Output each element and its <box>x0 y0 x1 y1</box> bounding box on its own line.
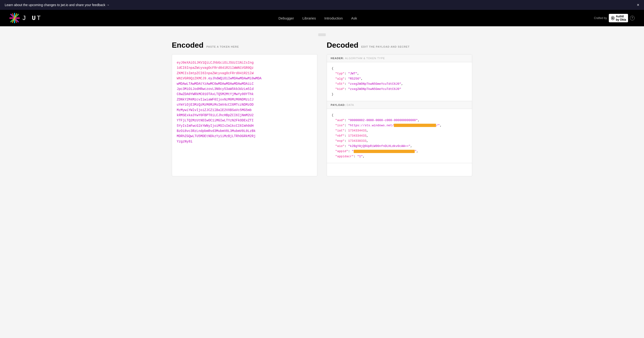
payload-aud-colon: : <box>344 118 348 122</box>
payload-iss-redacted <box>394 124 436 127</box>
token-line-16: YzgzNy8i <box>177 140 192 144</box>
nav-debugger[interactable]: Debugger <box>278 16 294 20</box>
header-alg-colon: : <box>344 77 348 80</box>
header-x5t-colon: : <box>344 82 348 86</box>
payload-aio-colon: : <box>344 144 348 148</box>
token-payload-start: eyJhdWQiOiIwMDAwMDAwMi0wMDA <box>208 76 262 80</box>
payload-appid-colon: : <box>348 150 352 153</box>
header-typ-key: "typ" <box>336 72 344 75</box>
payload-aud-key: "aud" <box>336 118 344 122</box>
payload-open-brace: { <box>332 113 334 117</box>
header-section: HEADER: ALGORITHM & TOKEN TYPE { "typ": … <box>327 54 472 101</box>
payload-appid-quote1: " <box>352 150 354 153</box>
token-line-11: kRMSExka3YwY0FBPT0iLCJhcHBpZCI6IjNmM2U2 <box>177 113 254 117</box>
header-open-brace: { <box>332 67 334 70</box>
toggle-button[interactable] <box>318 33 326 36</box>
payload-appidacr-colon: : <box>354 155 358 158</box>
decoded-title: Decoded <box>327 41 358 50</box>
header-sub: ALGORITHM & TOKEN TYPE <box>345 57 385 60</box>
payload-iss-key: "iss" <box>336 124 344 127</box>
auth0-label: Auth0by Okta <box>616 15 626 21</box>
payload-aio-val: "k2BgYAjQ6UpRiW90nfnDLHLdkv0cAA==" <box>348 144 410 148</box>
top-toggle-area <box>172 33 472 36</box>
header-label: HEADER: <box>331 57 344 60</box>
token-line-15: MDRhZGQwLTU5MDEtNDkzYy1iMzBjLTRhOGRkM2Rj <box>177 134 256 138</box>
nav-introduction[interactable]: Introduction <box>324 16 343 20</box>
header-kid-key: "kid" <box>336 87 344 91</box>
payload-iat-colon: : <box>344 129 348 132</box>
banner-close-button[interactable]: × <box>637 3 639 7</box>
header-alg-key: "alg" <box>336 77 344 80</box>
payload-appidacr-key: "appidacr" <box>336 155 354 158</box>
encoded-column: Encoded PASTE A TOKEN HERE eyJ0eXAiOiJKV… <box>172 41 317 176</box>
header-typ-colon: : <box>344 72 348 75</box>
token-line-9: uYmYiOjE3MzQzMzM0MzMsImV4cCI6MTczNDMzOD <box>177 103 254 106</box>
auth0-badge: Auth0by Okta <box>609 14 628 22</box>
crafted-by-label: Crafted by <box>594 16 607 20</box>
header-kid-colon: : <box>344 87 348 91</box>
payload-exp-key: "exp" <box>336 139 344 143</box>
logo-text: J UT <box>22 14 42 22</box>
header-section-header: HEADER: ALGORITHM & TOKEN TYPE <box>327 54 472 62</box>
token-line-12: YTFjLTQ2MzUtNDIwOC1iMGIwLTYzN2FkODExZTI <box>177 118 254 122</box>
help-icon[interactable]: ? <box>630 16 634 20</box>
main-content: Encoded PASTE A TOKEN HERE eyJ0eXAiOiJKV… <box>158 26 486 183</box>
payload-iss-end: /" <box>436 124 440 127</box>
encoded-header: Encoded PASTE A TOKEN HERE <box>172 41 317 50</box>
payload-content[interactable]: { "aud": "00000002-0000-0000-c000-000000… <box>327 109 472 163</box>
payload-appidacr-val: "1" <box>357 155 362 158</box>
token-line-5: wMDAwLTAwMDAtYzAwMC0wMDAwMDAwMDAwMDAiLC <box>177 82 254 86</box>
navbar: J UT Debugger Libraries Introduction Ask… <box>0 10 644 26</box>
token-line-6: Jpc3MiOiJodHRwczovL3N0cy53aW5kb3dzLm5ld <box>177 87 254 91</box>
decoded-header: Decoded EDIT THE PAYLOAD AND SECRET <box>327 41 472 50</box>
nav-ask[interactable]: Ask <box>351 16 357 20</box>
payload-iat-val: 1734334433 <box>348 129 366 132</box>
header-typ-val: "JWT" <box>348 72 357 75</box>
nav-links: Debugger Libraries Introduction Ask <box>278 16 357 20</box>
token-line-13: 5YyIsImFwcGlkYWNyIjoiMSIsImlkcCI6Imh0dH <box>177 124 254 128</box>
crafted-by-area: Crafted by Auth0by Okta ? <box>594 14 634 22</box>
payload-nbf-val: 1734334433 <box>348 134 366 138</box>
token-line-2: 1dCI6InpaZWcyvagOcFRrd041R21lWWN1VGR0Qz <box>177 66 254 70</box>
payload-appid-redacted <box>354 150 415 153</box>
payload-iat-key: "iat" <box>336 129 344 132</box>
payload-sub: DATA <box>347 104 354 106</box>
decoded-column: Decoded EDIT THE PAYLOAD AND SECRET HEAD… <box>327 41 472 176</box>
payload-exp-colon: : <box>344 139 348 143</box>
payload-nbf-key: "nbf" <box>336 134 344 138</box>
logo-area: J UT <box>10 13 42 23</box>
payload-nbf-colon: : <box>344 134 348 138</box>
banner-text: Learn about the upcoming changes to jwt.… <box>5 3 110 7</box>
payload-label: PAYLOAD: <box>331 104 346 106</box>
token-line-10: MzMywiYWlvIjoiZJCZ1lBalE2VXBSaVc5MG5mb <box>177 108 252 112</box>
token-line-8: ZDNkY2M4MzcvIiwiaWF0IjoxNzM0MzM0NDMzLCJ <box>177 98 254 102</box>
token-line-7: C8wZDA0YWRkMC01OTAxLTQ5M2MtYjMwYy00YThk <box>177 92 254 96</box>
header-x5t-val: "zxeg2WONpTkwN5GmeYcuTdtC6J0" <box>348 82 401 86</box>
token-box[interactable]: eyJ0eXAiOiJKV1QiLCJhbGciOiJSUzI1NiIsIng … <box>172 54 317 176</box>
jwt-logo-icon <box>10 13 20 23</box>
payload-aio-key: "aio" <box>336 144 344 148</box>
header-alg-val: "RS256" <box>348 77 361 80</box>
payload-appid-key: "appid" <box>336 150 348 153</box>
payload-section-header: PAYLOAD: DATA <box>327 101 472 109</box>
payload-section: PAYLOAD: DATA { "aud": "00000002-0000-00… <box>327 101 472 163</box>
payload-iss-val: "https://sts.windows.net/ <box>348 124 394 127</box>
nav-libraries[interactable]: Libraries <box>302 16 316 20</box>
payload-iss-colon: : <box>344 124 348 127</box>
token-line-14: BzOi8vc3RzLndpbmRvd3MubmV0L3MubmV0L0LzBk <box>177 129 256 133</box>
encoded-subtitle: PASTE A TOKEN HERE <box>206 45 239 48</box>
svg-point-6 <box>612 17 614 19</box>
encoded-title: Encoded <box>172 41 204 50</box>
decoded-subtitle: EDIT THE PAYLOAD AND SECRET <box>361 45 410 48</box>
auth0-icon <box>611 16 615 20</box>
header-content[interactable]: { "typ": "JWT", "alg": "RS256", "x5t": "… <box>327 62 472 101</box>
payload-appid-quote2: " <box>415 150 416 153</box>
decoded-box: HEADER: ALGORITHM & TOKEN TYPE { "typ": … <box>327 54 472 176</box>
header-close-brace: } <box>332 92 334 96</box>
columns: Encoded PASTE A TOKEN HERE eyJ0eXAiOiJKV… <box>172 41 472 176</box>
token-line-4: WN1VGR0QzZKMCJ9 <box>177 76 206 80</box>
header-x5t-key: "x5t" <box>336 82 344 86</box>
token-line-1: eyJ0eXAiOiJKV1QiLCJhbGciOiJSUzI1NiIsIng <box>177 61 254 64</box>
token-line-3: ZKMCIsImtpZCI6InpaZWcyvagOcFRrd041R21lW <box>177 71 254 75</box>
header-kid-val: "zxeg2WONpTkwN5GmeYcuTdtC6J0" <box>348 87 401 91</box>
